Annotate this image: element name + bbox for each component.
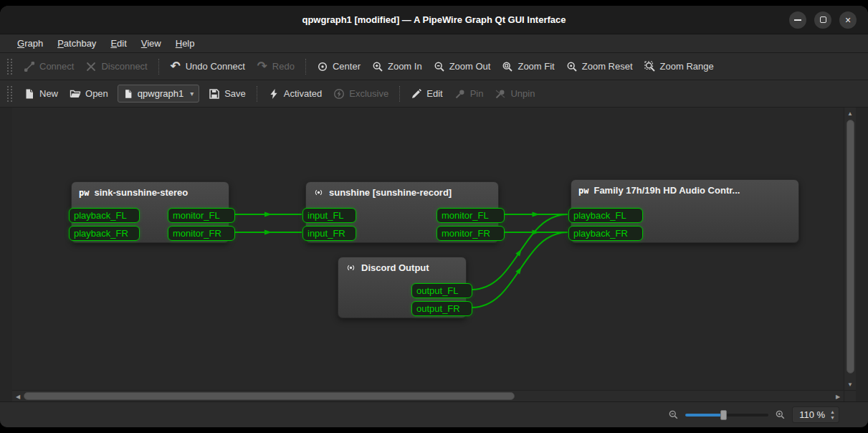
zoom-value[interactable]: 110 %: [799, 409, 825, 420]
vertical-scrollbar[interactable]: ▲ ▼: [844, 108, 856, 390]
toolbar-file: New Open qpwgraph1 ▾ Save Activated: [0, 80, 868, 108]
port-input-fl[interactable]: input_FL: [302, 208, 356, 223]
menu-edit[interactable]: Edit: [103, 36, 133, 51]
port-monitor-fl[interactable]: monitor_FL: [437, 208, 505, 223]
zoom-slider-fill: [685, 414, 722, 417]
toolbar-grip[interactable]: [7, 86, 12, 102]
zoom-fit-button[interactable]: Zoom Fit: [496, 57, 560, 76]
horizontal-scrollbar[interactable]: ◀ ▶: [12, 390, 844, 401]
center-button[interactable]: Center: [311, 57, 366, 76]
menu-view[interactable]: View: [134, 36, 168, 51]
activated-toggle[interactable]: Activated: [262, 85, 328, 103]
zoom-out-button[interactable]: Zoom Out: [428, 57, 497, 76]
port-playback-fl[interactable]: playback_FL: [69, 208, 140, 223]
pipewire-icon: pw: [79, 188, 89, 198]
zoom-reset-icon: [566, 61, 578, 72]
scroll-left-icon[interactable]: ◀: [12, 391, 24, 402]
port-monitor-fr[interactable]: monitor_FR: [437, 226, 505, 241]
scroll-right-icon[interactable]: ▶: [832, 391, 844, 402]
graph-canvas[interactable]: pw sink-sunshine-stereo playback_FL play…: [12, 108, 844, 390]
toolbar-separator: [158, 59, 159, 75]
port-playback-fr[interactable]: playback_FR: [69, 226, 140, 241]
port-monitor-fl[interactable]: monitor_FL: [168, 208, 235, 223]
toolbar-separator: [305, 59, 306, 75]
node-title: Family 17h/19h HD Audio Contr...: [593, 185, 740, 196]
undo-icon: ↶: [170, 61, 181, 72]
node-title: sunshine [sunshine-record]: [329, 187, 452, 198]
maximize-icon: [820, 16, 826, 23]
horizontal-scrollbar-thumb[interactable]: [24, 392, 515, 400]
zoom-range-icon: [644, 61, 656, 72]
node-family-hd-audio[interactable]: pw Family 17h/19h HD Audio Contr... play…: [571, 179, 799, 243]
scroll-up-icon[interactable]: ▲: [844, 108, 856, 119]
session-combo[interactable]: qpwgraph1 ▾: [118, 85, 199, 103]
toolbar-graph: Connect Disconnect ↶ Undo Connect ↷ Redo…: [0, 53, 868, 80]
port-monitor-fr[interactable]: monitor_FR: [168, 226, 235, 241]
pin-button: Pin: [449, 85, 490, 103]
menu-graph[interactable]: Graph: [10, 36, 50, 51]
zoom-in-icon[interactable]: [775, 409, 786, 420]
maximize-button[interactable]: [814, 11, 831, 29]
save-button[interactable]: Save: [203, 85, 252, 103]
spin-down-icon[interactable]: ▼: [830, 415, 835, 420]
node-sunshine[interactable]: sunshine [sunshine-record] input_FL inpu…: [305, 181, 499, 243]
exclusive-lightning-icon: [333, 88, 345, 100]
spin-up-icon[interactable]: ▲: [830, 409, 835, 414]
redo-button: ↷ Redo: [251, 57, 300, 76]
port-playback-fl[interactable]: playback_FL: [568, 208, 643, 223]
window-controls: ×: [789, 6, 857, 34]
edit-toggle[interactable]: Edit: [405, 85, 448, 103]
connect-button: Connect: [18, 57, 80, 76]
node-discord-output[interactable]: Discord Output output_FL output_FR: [338, 257, 467, 318]
audio-app-icon: [313, 187, 324, 198]
zoom-out-icon: [434, 61, 445, 72]
zoom-out-icon[interactable]: [668, 409, 679, 420]
statusbar: 110 % ▲ ▼: [0, 401, 868, 427]
app-window: qpwgraph1 [modified] — A PipeWire Graph …: [0, 6, 868, 427]
port-output-fr[interactable]: output_FR: [411, 301, 472, 316]
connect-icon: [24, 61, 35, 72]
undo-connect-button[interactable]: ↶ Undo Connect: [164, 57, 251, 76]
port-input-fr[interactable]: input_FR: [302, 226, 356, 241]
minimize-icon: [794, 19, 801, 21]
cable-arrow-icon: [264, 230, 272, 235]
toolbar-grip[interactable]: [7, 59, 12, 75]
document-icon: [123, 89, 133, 99]
cable-arrow-icon: [533, 212, 540, 217]
pencil-icon: [411, 88, 422, 100]
port-output-fl[interactable]: output_FL: [411, 283, 472, 298]
minimize-button[interactable]: [789, 11, 806, 29]
cable-arrow-icon: [515, 267, 521, 274]
toolbar-separator: [399, 86, 400, 102]
zoom-in-button[interactable]: Zoom In: [366, 57, 428, 76]
menu-patchbay[interactable]: Patchbay: [50, 36, 103, 51]
cable-layer: [12, 108, 844, 390]
save-icon: [209, 88, 220, 100]
menubar: Graph Patchbay Edit View Help: [0, 34, 868, 53]
close-button[interactable]: ×: [839, 11, 857, 29]
zoom-reset-button[interactable]: Zoom Reset: [561, 57, 639, 76]
zoom-fit-icon: [502, 61, 513, 72]
menu-help[interactable]: Help: [168, 36, 202, 51]
node-sink-sunshine-stereo[interactable]: pw sink-sunshine-stereo playback_FL play…: [71, 181, 229, 243]
zoom-range-button[interactable]: Zoom Range: [639, 57, 720, 76]
graph-view: pw sink-sunshine-stereo playback_FL play…: [0, 108, 868, 401]
scroll-down-icon[interactable]: ▼: [844, 379, 856, 390]
scrollbar-corner: [844, 390, 856, 401]
zoom-slider-handle[interactable]: [720, 410, 727, 420]
disconnect-button: Disconnect: [80, 57, 153, 76]
vertical-scrollbar-thumb[interactable]: [846, 120, 854, 373]
zoom-spinbox[interactable]: 110 % ▲ ▼: [792, 406, 839, 423]
node-title: Discord Output: [361, 262, 429, 273]
open-folder-icon: [70, 88, 81, 100]
window-title: qpwgraph1 [modified] — A PipeWire Graph …: [302, 14, 566, 25]
port-playback-fr[interactable]: playback_FR: [568, 226, 643, 241]
close-icon: ×: [845, 15, 851, 25]
zoom-in-icon: [372, 61, 383, 72]
open-button[interactable]: Open: [64, 85, 114, 103]
new-file-icon: [24, 88, 35, 100]
zoom-slider[interactable]: [685, 409, 768, 421]
redo-icon: ↷: [257, 61, 268, 72]
new-button[interactable]: New: [18, 85, 64, 103]
exclusive-toggle: Exclusive: [328, 85, 394, 103]
